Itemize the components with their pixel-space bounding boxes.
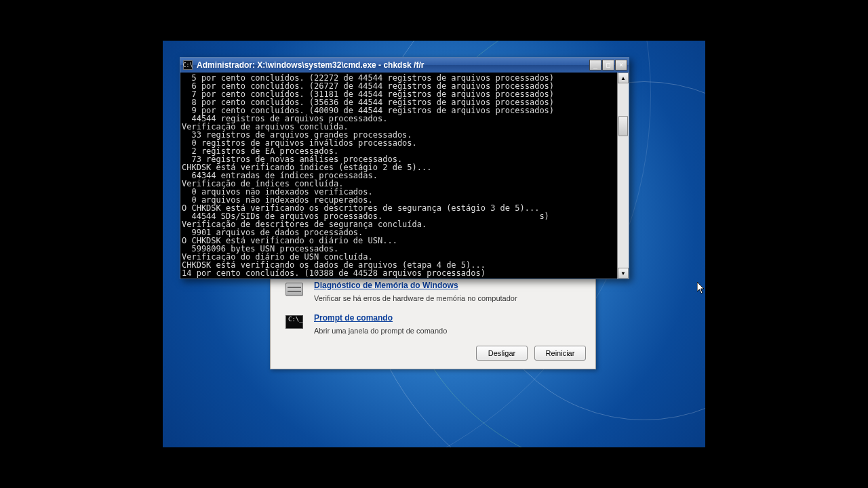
- maximize-button[interactable]: □: [602, 60, 614, 70]
- titlebar[interactable]: C:\ Administrador: X:\windows\system32\c…: [180, 58, 629, 73]
- option-memory-diagnostic[interactable]: Diagnóstico de Memória do Windows Verifi…: [271, 275, 595, 308]
- vertical-scrollbar[interactable]: ▲ ▼: [617, 73, 629, 279]
- cmd-app-icon: C:\: [183, 60, 193, 70]
- memory-icon: [284, 279, 304, 300]
- option-command-prompt[interactable]: C:\_ Prompt de comando Abrir uma janela …: [271, 308, 595, 340]
- option-description: Abrir uma janela do prompt de comando: [314, 325, 586, 336]
- scroll-track[interactable]: [618, 83, 629, 268]
- option-description: Verificar se há erros de hardware de mem…: [314, 293, 586, 304]
- recovery-options-dialog: Diagnóstico de Memória do Windows Verifi…: [270, 274, 596, 369]
- cmd-window: C:\ Administrador: X:\windows\system32\c…: [180, 57, 629, 279]
- cmd-icon: C:\_: [284, 312, 304, 332]
- close-button[interactable]: ×: [615, 60, 627, 70]
- mouse-cursor-icon: [697, 282, 705, 294]
- dialog-button-row: Desligar Reiniciar: [271, 340, 595, 369]
- shutdown-button[interactable]: Desligar: [476, 346, 528, 361]
- scroll-thumb[interactable]: [618, 116, 628, 136]
- scroll-up-button[interactable]: ▲: [618, 73, 629, 83]
- window-title: Administrador: X:\windows\system32\cmd.e…: [197, 60, 589, 70]
- terminal-output: 5 por cento concluídos. (22272 de 44544 …: [180, 73, 617, 279]
- option-title[interactable]: Prompt de comando: [314, 312, 586, 324]
- scroll-down-button[interactable]: ▼: [618, 268, 629, 279]
- desktop-background: Diagnóstico de Memória do Windows Verifi…: [163, 41, 705, 447]
- option-title[interactable]: Diagnóstico de Memória do Windows: [314, 279, 586, 291]
- restart-button[interactable]: Reiniciar: [534, 346, 586, 361]
- minimize-button[interactable]: _: [589, 60, 601, 70]
